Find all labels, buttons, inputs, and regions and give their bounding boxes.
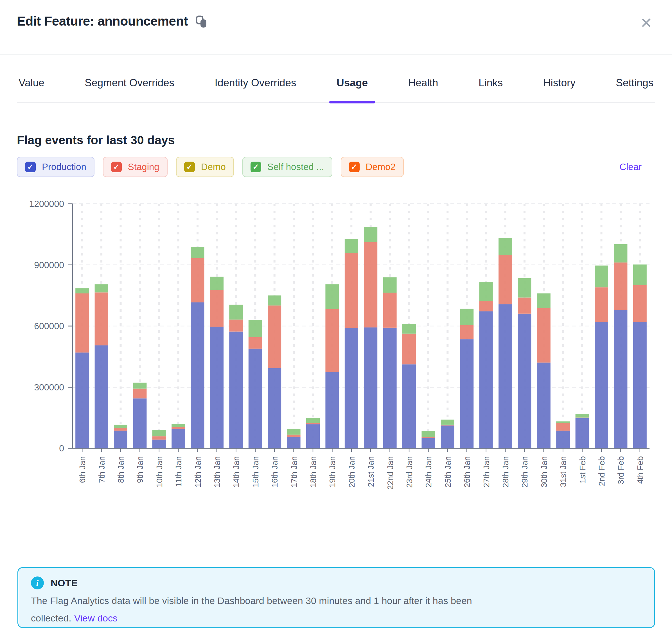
bar-segment-self-hosted[interactable] (75, 288, 89, 293)
bar-segment-self-hosted[interactable] (402, 324, 416, 334)
bar-segment-self-hosted[interactable] (306, 418, 320, 423)
bar-segment-production[interactable] (210, 326, 224, 448)
bar-segment-staging[interactable] (268, 306, 281, 368)
bar-segment-self-hosted[interactable] (345, 239, 358, 253)
legend-chip-demo2[interactable]: ✓Demo2 (341, 157, 404, 177)
clear-filters-link[interactable]: Clear (619, 162, 642, 172)
bar-segment-production[interactable] (537, 363, 551, 448)
bar-segment-self-hosted[interactable] (441, 420, 454, 425)
bar-segment-self-hosted[interactable] (248, 320, 262, 337)
bar-segment-production[interactable] (306, 424, 320, 448)
bar-segment-self-hosted[interactable] (633, 264, 647, 285)
view-docs-link[interactable]: View docs (74, 613, 117, 623)
bar-segment-production[interactable] (153, 440, 166, 448)
bar-segment-self-hosted[interactable] (537, 293, 551, 308)
bar-segment-self-hosted[interactable] (383, 277, 397, 293)
bar-segment-staging[interactable] (75, 293, 89, 352)
copy-icon[interactable] (196, 15, 208, 28)
bar-segment-staging[interactable] (229, 320, 243, 332)
bar-segment-production[interactable] (325, 372, 339, 448)
bar-segment-staging[interactable] (633, 285, 647, 322)
bar-segment-staging[interactable] (421, 437, 435, 438)
bar-segment-production[interactable] (556, 431, 570, 448)
bar-segment-staging[interactable] (480, 301, 493, 311)
bar-segment-production[interactable] (133, 398, 146, 448)
tab-value[interactable]: Value (17, 74, 46, 102)
checkbox-checked-icon[interactable]: ✓ (349, 162, 360, 172)
bar-segment-self-hosted[interactable] (614, 244, 627, 263)
bar-segment-staging[interactable] (95, 292, 108, 346)
checkbox-checked-icon[interactable]: ✓ (111, 162, 122, 172)
bar-segment-staging[interactable] (364, 242, 377, 328)
bar-segment-production[interactable] (480, 311, 493, 448)
bar-segment-staging[interactable] (133, 389, 146, 398)
close-icon[interactable]: ✕ (640, 16, 652, 30)
bar-segment-staging[interactable] (595, 287, 608, 322)
bar-segment-self-hosted[interactable] (460, 309, 473, 325)
legend-chip-production[interactable]: ✓Production (17, 157, 95, 177)
bar-segment-production[interactable] (75, 352, 89, 448)
bar-segment-staging[interactable] (153, 436, 166, 440)
bar-segment-production[interactable] (575, 418, 589, 448)
bar-segment-staging[interactable] (345, 253, 358, 328)
tab-health[interactable]: Health (406, 74, 440, 102)
legend-chip-staging[interactable]: ✓Staging (103, 157, 168, 177)
tab-settings[interactable]: Settings (614, 74, 655, 102)
bar-segment-self-hosted[interactable] (575, 414, 589, 417)
bar-segment-self-hosted[interactable] (153, 430, 166, 436)
bar-segment-production[interactable] (518, 314, 531, 448)
bar-segment-staging[interactable] (287, 435, 301, 437)
bar-segment-production[interactable] (499, 304, 512, 448)
bar-segment-staging[interactable] (325, 309, 339, 372)
bar-segment-self-hosted[interactable] (172, 424, 185, 427)
bar-segment-self-hosted[interactable] (595, 266, 608, 288)
bar-segment-staging[interactable] (518, 298, 531, 314)
bar-segment-staging[interactable] (172, 427, 185, 429)
bar-segment-production[interactable] (229, 332, 243, 448)
bar-segment-staging[interactable] (441, 425, 454, 425)
tab-segment-overrides[interactable]: Segment Overrides (83, 74, 176, 102)
checkbox-checked-icon[interactable]: ✓ (251, 162, 261, 172)
bar-segment-production[interactable] (287, 437, 301, 448)
bar-segment-self-hosted[interactable] (114, 425, 127, 428)
bar-segment-production[interactable] (191, 303, 204, 448)
bar-segment-production[interactable] (383, 328, 397, 448)
bar-segment-staging[interactable] (191, 258, 204, 303)
checkbox-checked-icon[interactable]: ✓ (25, 162, 36, 172)
bar-segment-staging[interactable] (114, 428, 127, 431)
bar-segment-staging[interactable] (383, 293, 397, 328)
bar-segment-staging[interactable] (575, 418, 589, 418)
legend-chip-demo[interactable]: ✓Demo (176, 157, 234, 177)
bar-segment-production[interactable] (268, 368, 281, 448)
bar-segment-production[interactable] (95, 346, 108, 448)
bar-segment-staging[interactable] (614, 263, 627, 310)
bar-segment-self-hosted[interactable] (133, 383, 146, 389)
bar-segment-self-hosted[interactable] (518, 278, 531, 298)
bar-segment-staging[interactable] (402, 334, 416, 364)
bar-segment-self-hosted[interactable] (287, 428, 301, 435)
bar-segment-production[interactable] (248, 349, 262, 448)
bar-segment-self-hosted[interactable] (229, 305, 243, 320)
bar-segment-staging[interactable] (210, 290, 224, 327)
bar-segment-production[interactable] (595, 322, 608, 449)
bar-segment-self-hosted[interactable] (556, 421, 570, 423)
tab-usage[interactable]: Usage (335, 74, 370, 102)
bar-segment-staging[interactable] (306, 423, 320, 424)
bar-segment-self-hosted[interactable] (421, 431, 435, 437)
bar-segment-production[interactable] (614, 310, 627, 448)
bar-segment-production[interactable] (441, 425, 454, 448)
legend-chip-self-hosted[interactable]: ✓Self hosted ... (242, 157, 332, 177)
bar-segment-production[interactable] (633, 322, 647, 449)
tab-links[interactable]: Links (477, 74, 504, 102)
bar-segment-production[interactable] (460, 339, 473, 448)
tab-history[interactable]: History (542, 74, 577, 102)
bar-segment-self-hosted[interactable] (480, 282, 493, 301)
bar-segment-staging[interactable] (460, 325, 473, 339)
bar-segment-production[interactable] (345, 328, 358, 448)
bar-segment-self-hosted[interactable] (210, 277, 224, 290)
bar-segment-self-hosted[interactable] (325, 284, 339, 309)
bar-segment-production[interactable] (402, 364, 416, 448)
bar-segment-production[interactable] (421, 438, 435, 448)
bar-segment-self-hosted[interactable] (95, 284, 108, 292)
bar-segment-self-hosted[interactable] (191, 247, 204, 258)
